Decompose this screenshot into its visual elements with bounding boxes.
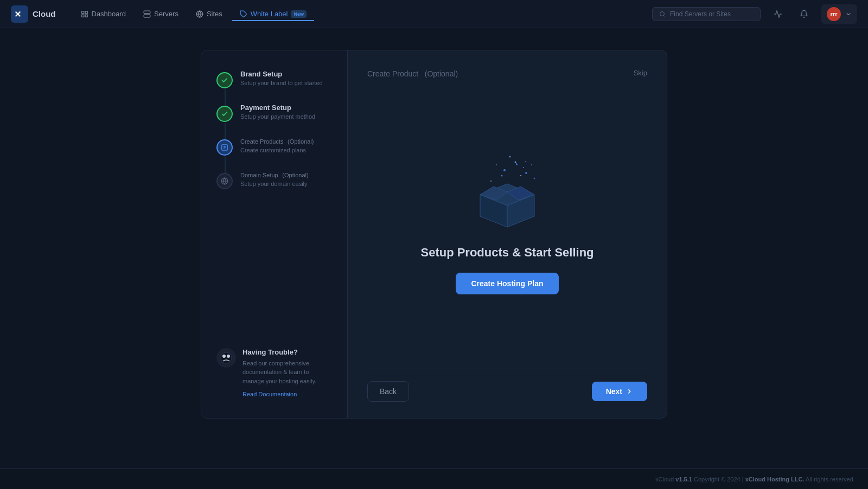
box-illustration — [464, 146, 551, 233]
nav-servers-label: Servers — [154, 10, 178, 18]
help-text: Read our comprehensive documentation & l… — [242, 359, 332, 386]
nav-sites-label: Sites — [207, 10, 222, 18]
step-create-products: Create Products (Optional) Create custom… — [216, 137, 332, 171]
step-create-products-icon — [216, 139, 233, 156]
svg-point-34 — [531, 164, 532, 165]
panel-body: Setup Products & Start Selling Create Ho… — [367, 79, 647, 361]
step-domain-setup-icon — [216, 173, 233, 189]
topnav-right: Find Servers or Sites rrr — [652, 4, 857, 24]
svg-text:✕: ✕ — [14, 10, 21, 19]
svg-point-30 — [503, 169, 506, 171]
step-create-products-title: Create Products (Optional) — [240, 137, 314, 145]
svg-point-33 — [496, 164, 497, 165]
wizard-container: Brand Setup Setup your brand to get star… — [201, 50, 667, 419]
svg-line-14 — [663, 15, 665, 16]
activity-icon — [774, 10, 782, 18]
step-payment-setup-subtitle: Setup your payment method — [240, 113, 315, 120]
chevron-right-icon — [626, 388, 633, 395]
help-icon — [216, 348, 236, 368]
svg-point-23 — [222, 355, 226, 358]
step-brand-setup-title: Brand Setup — [240, 70, 323, 78]
chevron-down-icon — [845, 11, 852, 17]
search-icon — [659, 11, 666, 17]
back-button[interactable]: Back — [367, 381, 409, 402]
svg-rect-3 — [85, 11, 87, 13]
step-domain-setup-title: Domain Setup (Optional) — [240, 171, 309, 179]
step-payment-setup-icon — [216, 106, 233, 122]
bell-icon — [800, 10, 808, 18]
nav-dashboard-label: Dashboard — [92, 10, 126, 18]
activity-icon-btn[interactable] — [769, 5, 787, 23]
nav-white-label-label: White Label — [251, 10, 288, 18]
skip-link[interactable]: Skip — [634, 69, 647, 77]
nav-links: Dashboard Servers Sites White Label New — [73, 7, 653, 21]
svg-rect-7 — [144, 15, 150, 17]
panel-header: Create Product (Optional) Skip — [367, 67, 647, 79]
step-brand-setup-subtitle: Setup your brand to get started — [240, 80, 323, 86]
nav-servers[interactable]: Servers — [136, 7, 186, 21]
svg-rect-4 — [81, 15, 84, 17]
panel-title: Create Product (Optional) — [367, 67, 458, 79]
svg-point-31 — [515, 162, 516, 163]
nav-white-label[interactable]: White Label New — [232, 7, 314, 21]
main-content: Brand Setup Setup your brand to get star… — [0, 28, 868, 468]
search-box[interactable]: Find Servers or Sites — [652, 7, 761, 21]
svg-rect-5 — [85, 15, 87, 17]
logo-text: Cloud — [33, 9, 56, 18]
svg-rect-2 — [81, 11, 84, 13]
nav-dashboard[interactable]: Dashboard — [73, 7, 134, 21]
step-list: Brand Setup Setup your brand to get star… — [216, 70, 332, 189]
help-title: Having Trouble? — [242, 348, 332, 356]
top-navigation: ✕ Cloud Dashboard Servers Sites White La… — [0, 0, 868, 28]
search-placeholder: Find Servers or Sites — [670, 10, 731, 18]
user-avatar-btn[interactable]: rrr — [821, 4, 857, 24]
footer-text: xCloud v1.5.1 Copyright © 2024 | xCloud … — [655, 476, 855, 482]
create-hosting-plan-button[interactable]: Create Hosting Plan — [456, 273, 558, 294]
panel-footer: Back Next — [367, 370, 647, 402]
avatar-initials: rrr — [831, 11, 838, 17]
page-footer: xCloud v1.5.1 Copyright © 2024 | xCloud … — [0, 468, 868, 489]
svg-point-42 — [534, 178, 535, 179]
svg-marker-37 — [515, 163, 519, 165]
nav-sites[interactable]: Sites — [188, 7, 230, 21]
svg-rect-6 — [144, 11, 150, 14]
svg-point-24 — [227, 355, 230, 358]
white-label-badge: New — [291, 10, 307, 18]
notifications-btn[interactable] — [795, 5, 813, 23]
step-create-products-subtitle: Create customized plans — [240, 147, 314, 153]
svg-point-36 — [520, 175, 521, 176]
svg-point-41 — [490, 181, 492, 182]
svg-point-32 — [525, 172, 527, 174]
step-domain-setup-subtitle: Setup your domain easily — [240, 181, 309, 187]
svg-point-35 — [509, 156, 511, 158]
svg-marker-38 — [525, 160, 526, 162]
step-domain-setup: Domain Setup (Optional) Setup your domai… — [216, 171, 332, 189]
avatar: rrr — [827, 7, 841, 21]
step-payment-setup: Payment Setup Setup your payment method — [216, 104, 332, 137]
step-payment-setup-title: Payment Setup — [240, 104, 315, 112]
wizard-panel: Create Product (Optional) Skip — [348, 50, 667, 418]
help-link[interactable]: Read Documentaion — [242, 391, 297, 397]
svg-point-22 — [221, 352, 232, 363]
step-brand-setup-icon — [216, 72, 233, 88]
svg-point-40 — [523, 167, 524, 168]
panel-cta-title: Setup Products & Start Selling — [420, 246, 593, 260]
wizard-sidebar: Brand Setup Setup your brand to get star… — [201, 50, 348, 418]
step-brand-setup: Brand Setup Setup your brand to get star… — [216, 70, 332, 104]
svg-point-13 — [660, 11, 665, 16]
svg-point-39 — [501, 175, 503, 177]
help-box: Having Trouble? Read our comprehensive d… — [216, 348, 332, 399]
logo[interactable]: ✕ Cloud — [11, 5, 56, 23]
next-button[interactable]: Next — [592, 382, 647, 401]
